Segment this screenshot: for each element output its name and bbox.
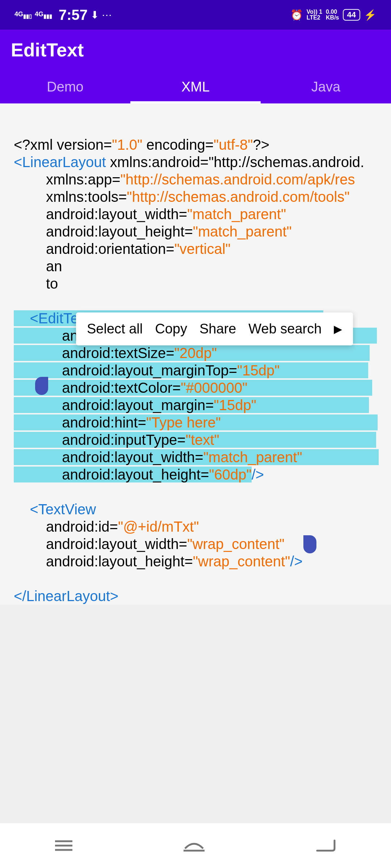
network-info: Vo)) 1 LTE2 (307, 9, 322, 21)
tab-xml[interactable]: XML (130, 70, 261, 103)
ctx-share[interactable]: Share (199, 321, 236, 337)
speed-info: 0.00 KB/s (326, 9, 339, 21)
ctx-more-icon[interactable]: ▶ (334, 323, 342, 335)
ctx-web-search[interactable]: Web search (248, 321, 321, 337)
more-icon: ⋯ (102, 9, 112, 21)
status-left: 4G▮▮▯ 4G▮▮▮ 7:57 ⬇ ⋯ (14, 7, 112, 23)
battery-level: 44 (343, 9, 360, 21)
ctx-copy[interactable]: Copy (155, 321, 187, 337)
charging-icon: ⚡ (364, 9, 377, 21)
nav-back-icon[interactable] (314, 838, 337, 854)
signal-1: 4G▮▮▯ (14, 10, 32, 20)
alarm-icon: ⏰ (290, 9, 303, 21)
tab-java[interactable]: Java (261, 70, 391, 103)
status-bar: 4G▮▮▯ 4G▮▮▮ 7:57 ⬇ ⋯ ⏰ Vo)) 1 LTE2 0.00 … (0, 0, 391, 30)
page-title: EditText (11, 39, 84, 61)
status-right: ⏰ Vo)) 1 LTE2 0.00 KB/s 44 ⚡ (290, 9, 377, 21)
nav-home-icon[interactable] (181, 838, 207, 853)
navigation-bar (0, 823, 391, 868)
download-icon: ⬇ (91, 9, 99, 21)
text-context-menu: Select all Copy Share Web search ▶ (76, 312, 353, 345)
ctx-select-all[interactable]: Select all (87, 321, 143, 337)
nav-recent-icon[interactable] (54, 838, 74, 853)
code-editor[interactable]: <?xml version="1.0" encoding="utf-8"?> <… (0, 103, 391, 605)
tab-demo[interactable]: Demo (0, 70, 130, 103)
app-bar: EditText (0, 30, 391, 70)
signal-2: 4G▮▮▮ (35, 10, 52, 20)
selection-handle-start[interactable] (35, 377, 48, 395)
tab-bar: Demo XML Java (0, 70, 391, 103)
selection-handle-end[interactable] (303, 535, 316, 553)
status-time: 7:57 (59, 7, 88, 23)
